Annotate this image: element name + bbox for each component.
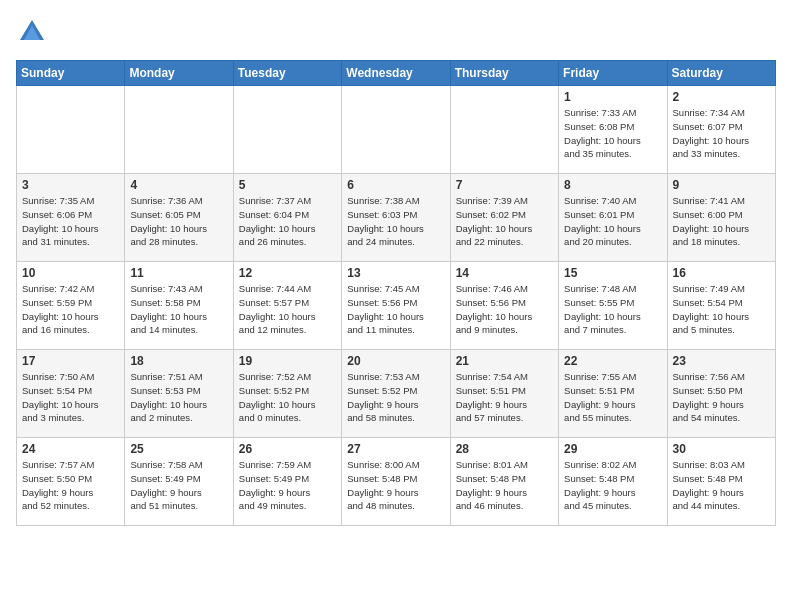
day-info: Sunrise: 7:52 AM Sunset: 5:52 PM Dayligh… <box>239 370 336 425</box>
calendar-week-row: 3Sunrise: 7:35 AM Sunset: 6:06 PM Daylig… <box>17 174 776 262</box>
calendar-cell: 5Sunrise: 7:37 AM Sunset: 6:04 PM Daylig… <box>233 174 341 262</box>
day-number: 4 <box>130 178 227 192</box>
calendar-cell: 9Sunrise: 7:41 AM Sunset: 6:00 PM Daylig… <box>667 174 775 262</box>
calendar-cell: 10Sunrise: 7:42 AM Sunset: 5:59 PM Dayli… <box>17 262 125 350</box>
day-info: Sunrise: 8:01 AM Sunset: 5:48 PM Dayligh… <box>456 458 553 513</box>
calendar-cell: 20Sunrise: 7:53 AM Sunset: 5:52 PM Dayli… <box>342 350 450 438</box>
day-info: Sunrise: 8:03 AM Sunset: 5:48 PM Dayligh… <box>673 458 770 513</box>
day-number: 16 <box>673 266 770 280</box>
day-info: Sunrise: 7:59 AM Sunset: 5:49 PM Dayligh… <box>239 458 336 513</box>
day-number: 20 <box>347 354 444 368</box>
calendar-cell: 29Sunrise: 8:02 AM Sunset: 5:48 PM Dayli… <box>559 438 667 526</box>
calendar-cell: 8Sunrise: 7:40 AM Sunset: 6:01 PM Daylig… <box>559 174 667 262</box>
day-info: Sunrise: 7:43 AM Sunset: 5:58 PM Dayligh… <box>130 282 227 337</box>
calendar-table: SundayMondayTuesdayWednesdayThursdayFrid… <box>16 60 776 526</box>
calendar-cell: 16Sunrise: 7:49 AM Sunset: 5:54 PM Dayli… <box>667 262 775 350</box>
day-number: 30 <box>673 442 770 456</box>
day-info: Sunrise: 7:50 AM Sunset: 5:54 PM Dayligh… <box>22 370 119 425</box>
day-info: Sunrise: 7:45 AM Sunset: 5:56 PM Dayligh… <box>347 282 444 337</box>
calendar-cell: 3Sunrise: 7:35 AM Sunset: 6:06 PM Daylig… <box>17 174 125 262</box>
calendar-cell <box>125 86 233 174</box>
calendar-cell: 1Sunrise: 7:33 AM Sunset: 6:08 PM Daylig… <box>559 86 667 174</box>
calendar-cell: 7Sunrise: 7:39 AM Sunset: 6:02 PM Daylig… <box>450 174 558 262</box>
weekday-header: Monday <box>125 61 233 86</box>
day-info: Sunrise: 8:02 AM Sunset: 5:48 PM Dayligh… <box>564 458 661 513</box>
calendar-cell: 12Sunrise: 7:44 AM Sunset: 5:57 PM Dayli… <box>233 262 341 350</box>
day-info: Sunrise: 7:35 AM Sunset: 6:06 PM Dayligh… <box>22 194 119 249</box>
weekday-header: Tuesday <box>233 61 341 86</box>
day-number: 24 <box>22 442 119 456</box>
weekday-header: Wednesday <box>342 61 450 86</box>
day-info: Sunrise: 7:54 AM Sunset: 5:51 PM Dayligh… <box>456 370 553 425</box>
day-info: Sunrise: 7:38 AM Sunset: 6:03 PM Dayligh… <box>347 194 444 249</box>
calendar-cell: 17Sunrise: 7:50 AM Sunset: 5:54 PM Dayli… <box>17 350 125 438</box>
day-number: 19 <box>239 354 336 368</box>
day-info: Sunrise: 7:56 AM Sunset: 5:50 PM Dayligh… <box>673 370 770 425</box>
calendar-cell: 26Sunrise: 7:59 AM Sunset: 5:49 PM Dayli… <box>233 438 341 526</box>
calendar-cell: 28Sunrise: 8:01 AM Sunset: 5:48 PM Dayli… <box>450 438 558 526</box>
day-info: Sunrise: 7:44 AM Sunset: 5:57 PM Dayligh… <box>239 282 336 337</box>
day-info: Sunrise: 7:40 AM Sunset: 6:01 PM Dayligh… <box>564 194 661 249</box>
day-number: 14 <box>456 266 553 280</box>
day-number: 17 <box>22 354 119 368</box>
calendar-cell: 22Sunrise: 7:55 AM Sunset: 5:51 PM Dayli… <box>559 350 667 438</box>
day-number: 1 <box>564 90 661 104</box>
day-info: Sunrise: 7:51 AM Sunset: 5:53 PM Dayligh… <box>130 370 227 425</box>
day-number: 9 <box>673 178 770 192</box>
day-info: Sunrise: 7:49 AM Sunset: 5:54 PM Dayligh… <box>673 282 770 337</box>
weekday-header: Friday <box>559 61 667 86</box>
day-info: Sunrise: 7:57 AM Sunset: 5:50 PM Dayligh… <box>22 458 119 513</box>
calendar-cell <box>450 86 558 174</box>
day-number: 5 <box>239 178 336 192</box>
calendar-cell: 15Sunrise: 7:48 AM Sunset: 5:55 PM Dayli… <box>559 262 667 350</box>
day-info: Sunrise: 7:41 AM Sunset: 6:00 PM Dayligh… <box>673 194 770 249</box>
calendar-cell: 25Sunrise: 7:58 AM Sunset: 5:49 PM Dayli… <box>125 438 233 526</box>
day-number: 15 <box>564 266 661 280</box>
day-info: Sunrise: 7:42 AM Sunset: 5:59 PM Dayligh… <box>22 282 119 337</box>
page-header <box>16 16 776 48</box>
calendar-cell: 23Sunrise: 7:56 AM Sunset: 5:50 PM Dayli… <box>667 350 775 438</box>
day-number: 8 <box>564 178 661 192</box>
calendar-cell: 24Sunrise: 7:57 AM Sunset: 5:50 PM Dayli… <box>17 438 125 526</box>
calendar-cell: 30Sunrise: 8:03 AM Sunset: 5:48 PM Dayli… <box>667 438 775 526</box>
day-info: Sunrise: 7:39 AM Sunset: 6:02 PM Dayligh… <box>456 194 553 249</box>
day-number: 13 <box>347 266 444 280</box>
day-number: 25 <box>130 442 227 456</box>
day-info: Sunrise: 7:36 AM Sunset: 6:05 PM Dayligh… <box>130 194 227 249</box>
day-info: Sunrise: 7:37 AM Sunset: 6:04 PM Dayligh… <box>239 194 336 249</box>
day-info: Sunrise: 7:33 AM Sunset: 6:08 PM Dayligh… <box>564 106 661 161</box>
calendar-week-row: 10Sunrise: 7:42 AM Sunset: 5:59 PM Dayli… <box>17 262 776 350</box>
calendar-week-row: 17Sunrise: 7:50 AM Sunset: 5:54 PM Dayli… <box>17 350 776 438</box>
calendar-cell: 6Sunrise: 7:38 AM Sunset: 6:03 PM Daylig… <box>342 174 450 262</box>
day-info: Sunrise: 7:34 AM Sunset: 6:07 PM Dayligh… <box>673 106 770 161</box>
calendar-cell: 2Sunrise: 7:34 AM Sunset: 6:07 PM Daylig… <box>667 86 775 174</box>
calendar-cell: 19Sunrise: 7:52 AM Sunset: 5:52 PM Dayli… <box>233 350 341 438</box>
calendar-cell <box>342 86 450 174</box>
day-number: 23 <box>673 354 770 368</box>
day-number: 21 <box>456 354 553 368</box>
day-number: 22 <box>564 354 661 368</box>
day-number: 29 <box>564 442 661 456</box>
day-info: Sunrise: 8:00 AM Sunset: 5:48 PM Dayligh… <box>347 458 444 513</box>
day-number: 2 <box>673 90 770 104</box>
calendar-cell: 21Sunrise: 7:54 AM Sunset: 5:51 PM Dayli… <box>450 350 558 438</box>
day-number: 7 <box>456 178 553 192</box>
calendar-header-row: SundayMondayTuesdayWednesdayThursdayFrid… <box>17 61 776 86</box>
logo <box>16 16 52 48</box>
day-number: 3 <box>22 178 119 192</box>
weekday-header: Sunday <box>17 61 125 86</box>
calendar-cell <box>233 86 341 174</box>
day-info: Sunrise: 7:58 AM Sunset: 5:49 PM Dayligh… <box>130 458 227 513</box>
calendar-cell: 14Sunrise: 7:46 AM Sunset: 5:56 PM Dayli… <box>450 262 558 350</box>
day-number: 28 <box>456 442 553 456</box>
calendar-cell: 4Sunrise: 7:36 AM Sunset: 6:05 PM Daylig… <box>125 174 233 262</box>
calendar-cell <box>17 86 125 174</box>
day-number: 10 <box>22 266 119 280</box>
day-number: 6 <box>347 178 444 192</box>
day-number: 27 <box>347 442 444 456</box>
day-number: 18 <box>130 354 227 368</box>
logo-icon <box>16 16 48 48</box>
calendar-week-row: 24Sunrise: 7:57 AM Sunset: 5:50 PM Dayli… <box>17 438 776 526</box>
day-info: Sunrise: 7:48 AM Sunset: 5:55 PM Dayligh… <box>564 282 661 337</box>
weekday-header: Saturday <box>667 61 775 86</box>
